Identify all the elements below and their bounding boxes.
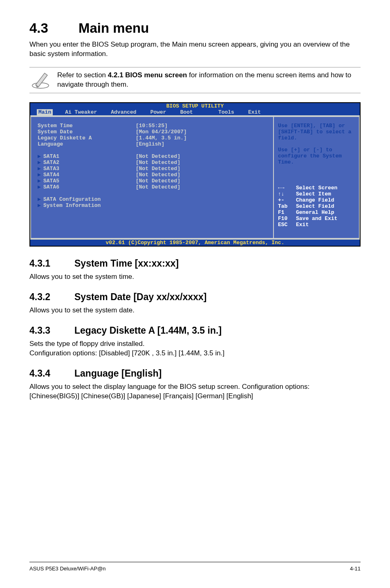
triangle-icon: ▶ [38,202,43,209]
section-heading-432: 4.3.2System Date [Day xx/xx/xxxx] [29,292,361,303]
bios-field-system-time[interactable]: System Time[10:55:25] [38,123,267,129]
heading-title: Main menu [78,20,149,36]
bios-sata6[interactable]: ▶SATA6[Not Detected] [38,184,267,190]
section-body-433: Sets the type of floppy drive installed.… [29,339,361,358]
bios-field-system-date[interactable]: System Date[Mon 04/23/2007] [38,129,267,135]
bios-right-pane: Use [ENTER], [TAB] or [SHIFT-TAB] to sel… [274,116,360,239]
triangle-icon: ▶ [38,172,43,178]
bios-tab-bar: Main Ai Tweaker Advanced Power Boot Tool… [30,109,360,115]
arrows-ud-icon: ↑↓ [278,191,296,197]
arrows-lr-icon: ←→ [278,185,296,191]
note-prefix: Refer to section [57,71,108,79]
triangle-icon: ▶ [38,184,43,190]
section-body-434: Allows you to select the display languag… [29,382,361,401]
bios-left-pane: System Time[10:55:25] System Date[Mon 04… [30,116,274,239]
bios-tab-main[interactable]: Main [37,109,53,115]
footer-right: 4-11 [350,566,361,572]
bios-tab-boot[interactable]: Boot [179,109,195,115]
bios-system-info[interactable]: ▶System Information [38,202,267,209]
page-heading: 4.3Main menu [29,20,361,36]
triangle-icon: ▶ [38,153,43,159]
bios-help-mid: Use [+] or [-] to configure the System T… [278,147,355,165]
bios-copyright: v02.61 (C)Copyright 1985-2007, American … [30,239,360,246]
section-heading-433: 4.3.3Legacy Diskette A [1.44M, 3.5 in.] [29,325,361,336]
bios-field-language[interactable]: Language[English] [38,141,267,147]
footer-left: ASUS P5E3 Deluxe/WiFi-AP@n [29,566,106,572]
bios-field-legacy-diskette[interactable]: Legacy Diskette A[1.44M, 3.5 in.] [38,135,267,141]
bios-help-top: Use [ENTER], [TAB] or [SHIFT-TAB] to sel… [278,123,355,141]
bios-tab-tools[interactable]: Tools [217,109,236,115]
bios-sata3[interactable]: ▶SATA3[Not Detected] [38,166,267,172]
pencil-icon [29,68,57,92]
triangle-icon: ▶ [38,196,43,202]
triangle-icon: ▶ [38,178,43,184]
bios-tab-power[interactable]: Power [149,109,168,115]
bios-sata4[interactable]: ▶SATA4[Not Detected] [38,172,267,178]
section-heading-431: 4.3.1System Time [xx:xx:xx] [29,258,361,269]
section-heading-434: 4.3.4Language [English] [29,368,361,379]
bios-screenshot: BIOS SETUP UTILITY Main Ai Tweaker Advan… [29,102,361,247]
intro-paragraph: When you enter the BIOS Setup program, t… [29,40,361,59]
bios-tab-exit[interactable]: Exit [247,109,262,115]
triangle-icon: ▶ [38,159,43,166]
triangle-icon: ▶ [38,166,43,172]
bios-tab-aitweaker[interactable]: Ai Tweaker [63,109,99,115]
section-body-431: Allows you to set the system time. [29,272,361,282]
note-bold: 4.2.1 BIOS menu screen [108,71,187,79]
bios-title: BIOS SETUP UTILITY [30,103,360,109]
heading-number: 4.3 [29,20,78,36]
note-callout: Refer to section 4.2.1 BIOS menu screen … [29,67,361,93]
bios-sata-config[interactable]: ▶SATA Configuration [38,196,267,202]
note-text: Refer to section 4.2.1 BIOS menu screen … [57,68,361,92]
bios-sata2[interactable]: ▶SATA2[Not Detected] [38,159,267,166]
page-footer: ASUS P5E3 Deluxe/WiFi-AP@n 4-11 [29,562,361,572]
bios-sata5[interactable]: ▶SATA5[Not Detected] [38,178,267,184]
section-body-432: Allows you to set the system date. [29,306,361,315]
bios-sata1[interactable]: ▶SATA1[Not Detected] [38,153,267,159]
bios-tab-advanced[interactable]: Advanced [109,109,138,115]
bios-nav-help: ←→Select Screen ↑↓Select Item +-Change F… [278,185,355,228]
